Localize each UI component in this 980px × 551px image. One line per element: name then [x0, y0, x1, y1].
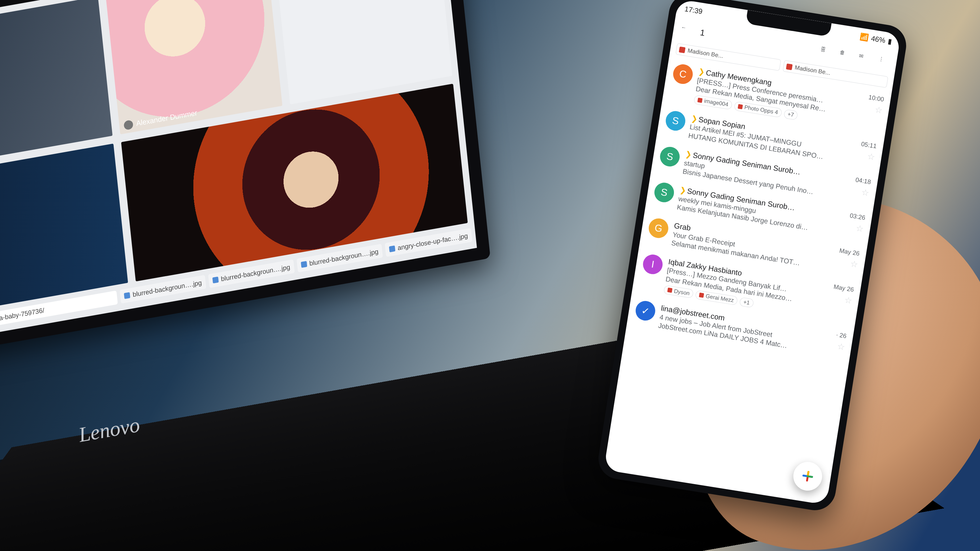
- sender-avatar[interactable]: S: [665, 110, 687, 132]
- star-icon[interactable]: ☆: [855, 223, 864, 234]
- download-filename: blurred-backgroun….jpg: [309, 248, 379, 267]
- email-time: May 26: [833, 283, 854, 293]
- download-filename: blurred-backgroun….jpg: [132, 279, 202, 299]
- email-time: May 26: [839, 247, 860, 257]
- compose-plus-icon: [799, 468, 816, 485]
- attachment-chip[interactable]: Dyson: [663, 285, 694, 299]
- star-icon[interactable]: ☆: [874, 105, 883, 116]
- importance-marker-icon: ❯: [685, 149, 692, 159]
- signal-icon: 📶: [859, 33, 869, 43]
- email-time: · 26: [835, 331, 847, 340]
- importance-marker-icon: ❯: [698, 67, 706, 77]
- star-icon[interactable]: ☆: [861, 187, 870, 198]
- email-time: 04:18: [855, 176, 871, 186]
- sender-avatar[interactable]: C: [671, 63, 694, 86]
- email-time: 03:26: [850, 212, 865, 221]
- archive-icon[interactable]: 🗄: [819, 46, 832, 59]
- label-color-icon: [679, 46, 686, 53]
- label-chip-text: Madison Be...: [794, 64, 831, 77]
- star-icon[interactable]: ☆: [844, 295, 853, 306]
- sender-avatar[interactable]: ✓: [634, 300, 657, 322]
- star-icon[interactable]: ☆: [837, 341, 846, 352]
- label-color-icon: [786, 64, 793, 70]
- photo-thumbnail[interactable]: [0, 144, 128, 311]
- avatar: [124, 119, 134, 130]
- stock-photo-grid: ＋ ♡ Alexander Dummer: [0, 0, 468, 311]
- photo-credit-name: Alexander Dummer: [136, 109, 197, 128]
- download-filename: blurred-backgroun….jpg: [221, 263, 290, 283]
- status-time: 17:39: [684, 5, 703, 16]
- attachment-more[interactable]: +7: [783, 109, 798, 120]
- back-icon[interactable]: ←: [680, 24, 692, 37]
- mark-unread-icon[interactable]: ✉: [858, 52, 870, 65]
- label-chip-text: Madison Be...: [687, 47, 724, 60]
- email-time: 05:11: [861, 140, 877, 150]
- photo-thumbnail[interactable]: ＋ ♡ Alexander Dummer: [105, 0, 282, 135]
- sender-avatar[interactable]: G: [647, 217, 670, 240]
- star-icon[interactable]: ☆: [850, 259, 859, 270]
- laptop-screen: ＋ ♡ Alexander Dummer …aphy-of-a-baby-759…: [0, 0, 490, 353]
- address-path: …aphy-of-a-baby-759736/: [0, 306, 45, 327]
- star-icon[interactable]: ☆: [867, 151, 876, 162]
- overflow-menu-icon[interactable]: ⋮: [877, 56, 890, 68]
- importance-marker-icon: ❯: [679, 186, 687, 195]
- delete-icon[interactable]: 🗑: [838, 49, 851, 62]
- attachment-more[interactable]: +1: [739, 297, 754, 308]
- sender-avatar[interactable]: S: [653, 181, 676, 204]
- search-result-count: 1: [699, 27, 706, 39]
- battery-icon: ▮: [887, 37, 892, 46]
- download-filename: angry-close-up-fac….jpg: [397, 232, 468, 252]
- sender-avatar[interactable]: S: [659, 145, 681, 168]
- photo-scene: ＋ ♡ Alexander Dummer …aphy-of-a-baby-759…: [0, 0, 980, 551]
- photo-credit[interactable]: Alexander Dummer: [124, 108, 197, 130]
- battery-label: 46%: [870, 34, 886, 45]
- photo-thumbnail[interactable]: [0, 0, 113, 164]
- sender-avatar[interactable]: I: [641, 253, 664, 275]
- importance-marker-icon: ❯: [690, 114, 698, 123]
- email-time: 10:00: [868, 94, 884, 103]
